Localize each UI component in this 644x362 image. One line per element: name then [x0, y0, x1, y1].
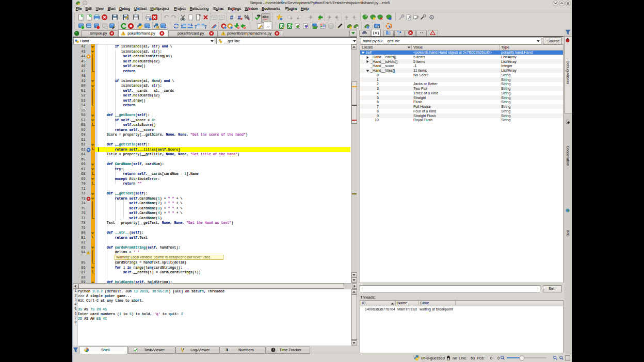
svg-text:abc: abc	[262, 15, 268, 19]
svg-text:#: #	[237, 14, 240, 21]
svg-text:(x: (x	[363, 32, 366, 35]
svg-text:%: %	[244, 14, 249, 20]
svg-text:(x): (x)	[373, 31, 379, 35]
svg-text:π: π	[225, 347, 228, 352]
svg-text:Q: Q	[280, 24, 283, 28]
svg-text:#: #	[230, 14, 233, 21]
